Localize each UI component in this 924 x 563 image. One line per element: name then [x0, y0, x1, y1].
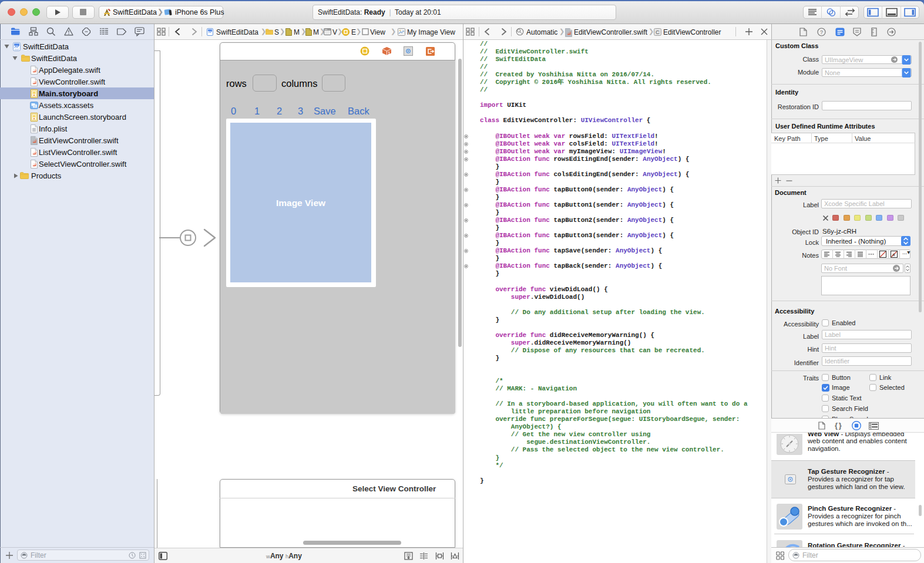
svg-text:C: C	[656, 29, 660, 35]
svg-text:?: ?	[820, 29, 823, 35]
svg-text:1: 1	[388, 51, 391, 55]
svg-text:a: a	[892, 252, 895, 257]
